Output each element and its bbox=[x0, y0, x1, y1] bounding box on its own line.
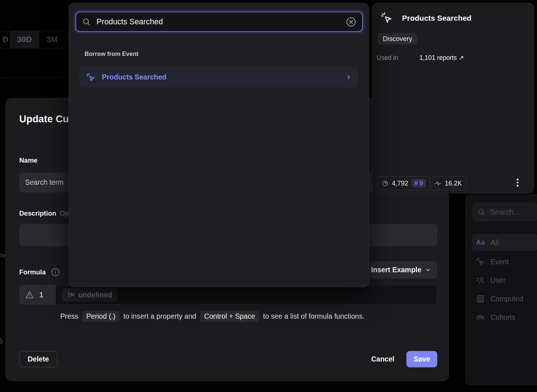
background-axis-fragment: 55 bbox=[0, 337, 3, 345]
text-type-icon: Aa bbox=[476, 238, 485, 246]
formula-hint: Press Period (.) to insert a property an… bbox=[60, 311, 365, 322]
event-info-card: Products Searched Discovery Used in 1,10… bbox=[372, 3, 534, 193]
formula-property-chip[interactable]: undefined bbox=[62, 288, 118, 302]
sidebar-search-field[interactable]: Search... bbox=[472, 203, 537, 221]
hint-mid: to insert a property and bbox=[123, 312, 196, 320]
sidebar-search-placeholder: Search... bbox=[490, 208, 519, 216]
time-range-7d[interactable]: D bbox=[0, 31, 10, 48]
modal-title: Update Cu bbox=[19, 114, 69, 125]
cohorts-icon bbox=[476, 313, 485, 322]
background-text-fragment: lay bbox=[0, 252, 6, 259]
sidebar-filter-event[interactable]: Event bbox=[472, 253, 537, 270]
search-icon bbox=[82, 17, 91, 26]
calculator-icon bbox=[476, 294, 485, 303]
name-label: Name bbox=[19, 156, 37, 164]
screen: D 30D 3M lay 55 Update Cu Name Search te… bbox=[0, 0, 537, 392]
chevron-right-icon bbox=[345, 74, 352, 81]
property-icon bbox=[67, 291, 75, 299]
search-result-products-searched[interactable]: Products Searched bbox=[79, 67, 358, 87]
formula-error-count: 1 bbox=[39, 290, 44, 299]
sidebar-filter-cohorts[interactable]: Cohorts bbox=[472, 309, 537, 326]
time-range-3m[interactable]: 3M bbox=[39, 31, 65, 48]
sidebar-filter-label: Computed bbox=[491, 295, 523, 303]
kbd-period: Period (.) bbox=[82, 311, 119, 322]
name-input-value: Search term bbox=[25, 178, 63, 187]
sidebar-filter-label: All bbox=[491, 238, 499, 247]
sidebar-filter-label: Cohorts bbox=[491, 313, 515, 322]
used-in-count: 1,101 reports bbox=[419, 54, 457, 61]
delete-button[interactable]: Delete bbox=[19, 351, 57, 367]
save-button[interactable]: Save bbox=[406, 351, 437, 367]
time-range-30d[interactable]: 30D bbox=[10, 31, 39, 48]
event-icon bbox=[86, 73, 95, 82]
property-search-dropdown: Borrow from Event Products Searched bbox=[69, 3, 369, 287]
insert-example-label: Insert Example bbox=[371, 266, 422, 274]
cancel-button[interactable]: Cancel bbox=[366, 351, 399, 367]
insert-example-button[interactable]: Insert Example bbox=[365, 261, 437, 278]
user-icon bbox=[476, 276, 485, 285]
property-search-field[interactable] bbox=[75, 12, 363, 32]
event-icon bbox=[476, 257, 485, 266]
sidebar-filter-user[interactable]: User bbox=[472, 272, 537, 289]
sidebar-filter-label: User bbox=[491, 276, 505, 285]
clear-search-icon[interactable] bbox=[346, 17, 356, 27]
formula-input[interactable]: undefined bbox=[56, 285, 437, 305]
info-icon[interactable] bbox=[51, 268, 60, 277]
background-gridline bbox=[0, 77, 69, 78]
warning-icon bbox=[25, 290, 34, 299]
kbd-control-space: Control + Space bbox=[200, 311, 259, 322]
used-in-label: Used in bbox=[377, 54, 419, 62]
formula-chip-label: undefined bbox=[78, 291, 112, 299]
chevron-down-icon bbox=[425, 267, 431, 273]
event-icon bbox=[381, 12, 393, 24]
borrow-from-event-label: Borrow from Event bbox=[85, 50, 139, 57]
time-range-selector: D 30D 3M bbox=[0, 31, 65, 48]
category-badge: Discovery bbox=[378, 33, 417, 45]
pie-chart-icon bbox=[382, 180, 389, 187]
activity-icon bbox=[434, 180, 442, 187]
used-in-reports-link[interactable]: 1,101 reports ↗ bbox=[419, 54, 464, 62]
search-result-label: Products Searched bbox=[102, 73, 339, 81]
more-options-button[interactable] bbox=[517, 179, 518, 187]
event-volume-pill[interactable]: 16.2K bbox=[430, 176, 467, 190]
event-card-title: Products Searched bbox=[402, 14, 471, 23]
event-count-pill[interactable]: 4,792 # 9 bbox=[377, 176, 431, 190]
event-rank-badge: # 9 bbox=[411, 179, 426, 188]
hint-press: Press bbox=[60, 312, 78, 320]
external-link-arrow-icon: ↗ bbox=[459, 54, 464, 61]
event-total-count: 4,792 bbox=[392, 180, 408, 187]
sidebar-filter-computed[interactable]: Computed bbox=[472, 290, 537, 307]
sidebar-filter-all[interactable]: Aa All bbox=[472, 234, 537, 251]
formula-error-badge: 1 bbox=[19, 285, 56, 305]
sidebar-filter-label: Event bbox=[491, 258, 509, 266]
formula-label-row: Formula bbox=[19, 268, 60, 277]
description-label: Description bbox=[19, 209, 56, 217]
search-icon bbox=[477, 208, 485, 216]
event-card-header: Products Searched bbox=[381, 12, 471, 24]
formula-label: Formula bbox=[19, 268, 46, 276]
hint-end: to see a list of formula functions. bbox=[263, 312, 365, 320]
search-input[interactable] bbox=[97, 17, 340, 26]
event-volume-count: 16.2K bbox=[445, 180, 462, 187]
used-in-row: Used in 1,101 reports ↗ bbox=[377, 54, 464, 62]
property-type-sidebar: Search... Aa All Event bbox=[466, 194, 537, 385]
